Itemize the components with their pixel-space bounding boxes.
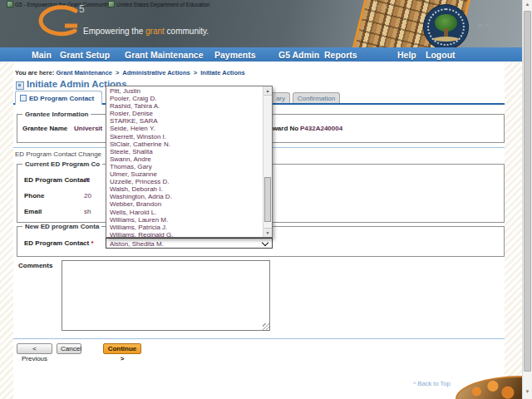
breadcrumb-link-initiate-actions[interactable]: Initiate Actions — [200, 69, 244, 76]
scroll-up-icon[interactable]: ▲ — [264, 86, 272, 96]
dropdown-option[interactable]: STARKE, SARA — [106, 117, 263, 125]
grantee-name-value: Universit — [74, 125, 102, 132]
dropdown-option[interactable]: Washington, Adria D. — [106, 193, 263, 200]
cancel-button[interactable]: Cancel — [57, 343, 81, 354]
ed-program-contact-dropdown-list: Pitt, JustinPooler, Craig D.Rashid, Tahi… — [106, 86, 273, 238]
scrollbar-thumb[interactable] — [524, 11, 531, 372]
g5-favicon-icon — [7, 1, 13, 7]
dropdown-option[interactable]: StClair, Catherine N. — [106, 140, 263, 148]
g5-logo-icon — [30, 3, 81, 43]
scrollbar-thumb[interactable] — [264, 177, 271, 222]
dropdown-option[interactable]: Pooler, Craig D. — [106, 95, 263, 102]
right-margin-pattern — [505, 62, 522, 399]
select-selected-value: Alston, Shedita M. — [110, 240, 164, 248]
scroll-up-icon[interactable]: ▲ — [523, 2, 532, 7]
fieldset-legend: Grantee Information — [22, 111, 91, 118]
breadcrumb-separator: > — [116, 69, 119, 76]
dropdown-option[interactable]: Rashid, Tahira A. — [106, 102, 263, 110]
dropdown-option[interactable]: Wells, Harold L. — [106, 209, 263, 216]
tagline-highlight: grant — [145, 27, 165, 36]
g5-logo-number: 5 — [79, 3, 85, 15]
tab-confirmation[interactable]: Confirmation — [293, 92, 340, 103]
nav-item[interactable]: G5 Admin — [278, 50, 319, 60]
dropdown-option[interactable]: Pitt, Justin — [106, 87, 263, 95]
row-label: ED Program Contact — [24, 176, 89, 184]
main-nav-bar: MainGrant SetupGrant MaintenancePayments… — [0, 47, 522, 62]
required-asterisk: * — [91, 239, 93, 247]
label-text: ED Program Contact — [24, 239, 89, 247]
breadcrumb: You are here: Grant Maintenance > Admini… — [15, 69, 245, 76]
back-to-top-link[interactable]: ^ Back to Top — [413, 380, 451, 387]
seal-ground — [433, 37, 459, 42]
window-title-ed: United States Department of Education — [108, 1, 210, 7]
breadcrumb-prefix: You are here: — [15, 69, 54, 76]
new-contact-label: ED Program Contact * — [24, 239, 94, 247]
dropdown-option[interactable]: Williams, Lauren M. — [106, 216, 263, 224]
previous-button[interactable]: < Previous — [17, 343, 52, 354]
dropdown-option[interactable]: Seide, Helen Y. — [106, 125, 263, 132]
dropdown-option[interactable]: Steele, Shalita — [106, 148, 263, 155]
tab-ed-program-contact[interactable]: ED Program Contact — [15, 91, 102, 105]
corner-classroom-photo — [456, 376, 522, 399]
dropdown-option[interactable]: Webber, Brandon — [106, 200, 263, 208]
row-label: Phone — [24, 192, 44, 200]
divider — [13, 338, 505, 339]
tab-label: ED Program Contact — [29, 95, 94, 102]
left-margin-pattern — [0, 62, 13, 399]
dropdown-option[interactable]: Swann, Andre — [106, 155, 263, 163]
window-title-text: United States Department of Education — [116, 2, 210, 7]
chalkboard-formula: π r² — [478, 22, 489, 29]
tagline-pre: Empowering the — [83, 27, 145, 36]
fieldset-legend: Current ED Program Co — [22, 160, 102, 168]
tab-form-icon — [20, 95, 27, 101]
dropdown-option[interactable]: Williams, Patricia J. — [106, 224, 263, 231]
banner: G5 - Empowering the Grant Community Unit… — [0, 0, 522, 47]
fieldset-legend: New ED program Conta — [22, 223, 101, 230]
dropdown-option[interactable]: Walsh, Deborah I. — [106, 185, 263, 193]
nav-item[interactable]: Help — [397, 50, 416, 60]
dropdown-option[interactable]: Skerrett, Winston I. — [106, 133, 263, 140]
nav-item[interactable]: Grant Setup — [60, 50, 110, 60]
ed-favicon-icon — [108, 1, 115, 7]
nav-item[interactable]: Reports — [324, 50, 357, 60]
scroll-down-icon[interactable]: ▼ — [264, 228, 272, 237]
scroll-down-icon[interactable]: ▼ — [523, 389, 532, 394]
ed-program-contact-select[interactable]: Alston, Shedita M. — [106, 238, 273, 249]
row-value: Al — [84, 176, 90, 184]
section-title: ED Program Contact Change — [15, 150, 101, 158]
row-value: sh — [84, 208, 91, 215]
dropdown-option[interactable]: Williams, Reginald G. — [106, 231, 263, 237]
dropdown-option[interactable]: Ulmer, Suzanne — [106, 170, 263, 178]
page-title-icon — [16, 81, 24, 90]
tagline-post: community. — [165, 27, 209, 36]
nav-item[interactable]: Payments — [214, 50, 256, 60]
dropdown-options: Pitt, JustinPooler, Craig D.Rashid, Tahi… — [106, 87, 263, 237]
dropdown-option[interactable]: Thomas, Gary — [106, 163, 263, 170]
resize-grip-icon[interactable] — [263, 323, 269, 330]
chalkboard-formula: ∫ f(x)dx — [372, 3, 392, 11]
department-of-education-seal-icon — [423, 4, 469, 47]
chevron-down-icon — [262, 239, 268, 246]
breadcrumb-link-grant-maintenance[interactable]: Grant Maintenance — [56, 69, 112, 76]
award-no-value: P432A240004 — [300, 125, 342, 132]
breadcrumb-link-administrative-actions[interactable]: Administrative Actions — [122, 69, 190, 76]
comments-textarea[interactable] — [62, 260, 270, 331]
continue-button[interactable]: Continue > — [103, 343, 141, 354]
page-scrollbar[interactable]: ▲ ▼ — [522, 0, 532, 399]
g5-application-window: G5 - Empowering the Grant Community Unit… — [0, 0, 532, 399]
dropdown-option[interactable]: Uzzelle, Princess D. — [106, 178, 263, 185]
row-label: Email — [24, 208, 42, 215]
dropdown-scrollbar[interactable]: ▲ ▼ — [263, 86, 272, 237]
nav-item[interactable]: Main — [32, 50, 52, 60]
nav-item[interactable]: Logout — [426, 50, 456, 60]
breadcrumb-separator: > — [194, 69, 197, 76]
nav-item[interactable]: Grant Maintenance — [125, 50, 204, 60]
comments-label: Comments — [18, 262, 52, 269]
dropdown-option[interactable]: Rosier, Denise — [106, 110, 263, 117]
banner-tagline: Empowering the grant community. — [83, 27, 209, 36]
row-value: 20 — [84, 192, 91, 200]
grantee-name-label: Grantee Name — [22, 125, 67, 132]
